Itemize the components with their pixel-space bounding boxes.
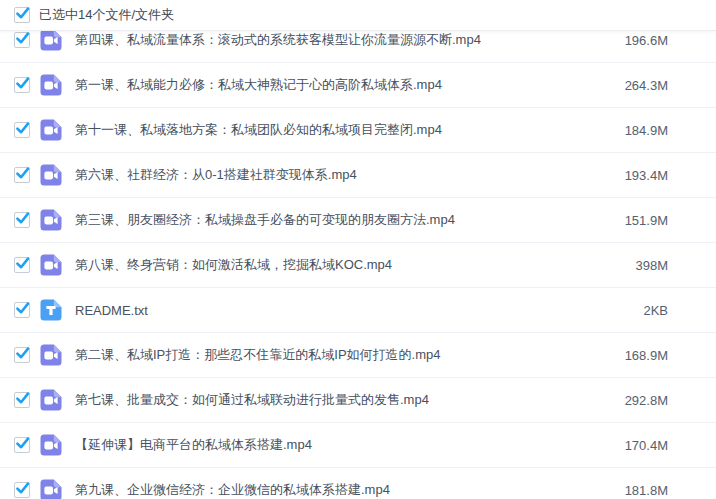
- video-file-icon: [39, 343, 63, 367]
- file-name[interactable]: 第九课、企业微信经济：企业微信的私域体系搭建.mp4: [75, 481, 606, 499]
- file-icon-slot: [39, 118, 63, 142]
- file-icon-slot: [39, 253, 63, 277]
- row-checkbox[interactable]: [14, 77, 30, 93]
- file-icon-slot: [39, 298, 63, 322]
- file-name[interactable]: README.txt: [75, 303, 606, 318]
- row-checkbox[interactable]: [14, 347, 30, 363]
- file-size: 193.4M: [616, 168, 668, 183]
- text-file-icon: [39, 298, 63, 322]
- row-checkbox[interactable]: [14, 212, 30, 228]
- row-checkbox[interactable]: [14, 482, 30, 498]
- selection-header: 已选中14个文件/文件夹: [0, 0, 716, 31]
- file-size: 170.4M: [616, 438, 668, 453]
- file-name[interactable]: 第二课、私域IP打造：那些忍不住靠近的私域IP如何打造的.mp4: [75, 346, 606, 364]
- check-icon: [15, 77, 30, 90]
- select-all-checkbox[interactable]: [14, 7, 30, 23]
- file-name[interactable]: 第六课、社群经济：从0-1搭建社群变现体系.mp4: [75, 166, 606, 184]
- video-file-icon: [39, 163, 63, 187]
- row-checkbox[interactable]: [14, 32, 30, 48]
- file-name[interactable]: 第一课、私域能力必修：私域大神熟记于心的高阶私域体系.mp4: [75, 76, 606, 94]
- check-icon: [15, 32, 30, 45]
- file-size: 398M: [616, 258, 668, 273]
- table-row[interactable]: 第一课、私域能力必修：私域大神熟记于心的高阶私域体系.mp4 264.3M: [0, 63, 716, 108]
- video-file-icon: [39, 28, 63, 52]
- table-row[interactable]: 第三课、朋友圈经济：私域操盘手必备的可变现的朋友圈方法.mp4 151.9M: [0, 198, 716, 243]
- file-size: 196.6M: [616, 33, 668, 48]
- file-name[interactable]: 第十一课、私域落地方案：私域团队必知的私域项目完整闭.mp4: [75, 121, 606, 139]
- video-file-icon: [39, 73, 63, 97]
- video-file-icon: [39, 388, 63, 412]
- table-row[interactable]: 第十一课、私域落地方案：私域团队必知的私域项目完整闭.mp4 184.9M: [0, 108, 716, 153]
- file-list: 第四课、私域流量体系：滚动式的系统获客模型让你流量源源不断.mp4 196.6M…: [0, 18, 716, 499]
- check-icon: [15, 347, 30, 360]
- file-icon-slot: [39, 208, 63, 232]
- check-icon: [15, 437, 30, 450]
- file-icon-slot: [39, 388, 63, 412]
- file-size: 184.9M: [616, 123, 668, 138]
- video-file-icon: [39, 208, 63, 232]
- check-icon: [15, 7, 30, 20]
- table-row[interactable]: 第六课、社群经济：从0-1搭建社群变现体系.mp4 193.4M: [0, 153, 716, 198]
- file-name[interactable]: 第三课、朋友圈经济：私域操盘手必备的可变现的朋友圈方法.mp4: [75, 211, 606, 229]
- file-icon-slot: [39, 478, 63, 499]
- table-row[interactable]: 第九课、企业微信经济：企业微信的私域体系搭建.mp4 181.8M: [0, 468, 716, 499]
- row-checkbox[interactable]: [14, 257, 30, 273]
- check-icon: [15, 257, 30, 270]
- table-row[interactable]: README.txt 2KB: [0, 288, 716, 333]
- file-name[interactable]: 第四课、私域流量体系：滚动式的系统获客模型让你流量源源不断.mp4: [75, 31, 606, 49]
- table-row[interactable]: 【延伸课】电商平台的私域体系搭建.mp4 170.4M: [0, 423, 716, 468]
- file-name[interactable]: 第七课、批量成交：如何通过私域联动进行批量式的发售.mp4: [75, 391, 606, 409]
- video-file-icon: [39, 478, 63, 499]
- check-icon: [15, 212, 30, 225]
- video-file-icon: [39, 118, 63, 142]
- file-name[interactable]: 第八课、终身营销：如何激活私域，挖掘私域KOC.mp4: [75, 256, 606, 274]
- row-checkbox[interactable]: [14, 122, 30, 138]
- file-size: 181.8M: [616, 483, 668, 498]
- selection-count-text: 已选中14个文件/文件夹: [39, 6, 174, 24]
- table-row[interactable]: 第八课、终身营销：如何激活私域，挖掘私域KOC.mp4 398M: [0, 243, 716, 288]
- row-checkbox[interactable]: [14, 437, 30, 453]
- file-name[interactable]: 【延伸课】电商平台的私域体系搭建.mp4: [75, 436, 606, 454]
- file-size: 264.3M: [616, 78, 668, 93]
- video-file-icon: [39, 253, 63, 277]
- check-icon: [15, 302, 30, 315]
- row-checkbox[interactable]: [14, 392, 30, 408]
- table-row[interactable]: 第二课、私域IP打造：那些忍不住靠近的私域IP如何打造的.mp4 168.9M: [0, 333, 716, 378]
- file-icon-slot: [39, 73, 63, 97]
- row-checkbox[interactable]: [14, 302, 30, 318]
- check-icon: [15, 392, 30, 405]
- check-icon: [15, 167, 30, 180]
- check-icon: [15, 122, 30, 135]
- check-icon: [15, 482, 30, 495]
- file-size: 292.8M: [616, 393, 668, 408]
- video-file-icon: [39, 433, 63, 457]
- table-row[interactable]: 第七课、批量成交：如何通过私域联动进行批量式的发售.mp4 292.8M: [0, 378, 716, 423]
- file-icon-slot: [39, 433, 63, 457]
- file-size: 2KB: [616, 303, 668, 318]
- file-icon-slot: [39, 28, 63, 52]
- row-checkbox[interactable]: [14, 167, 30, 183]
- file-icon-slot: [39, 163, 63, 187]
- file-icon-slot: [39, 343, 63, 367]
- file-size: 168.9M: [616, 348, 668, 363]
- file-size: 151.9M: [616, 213, 668, 228]
